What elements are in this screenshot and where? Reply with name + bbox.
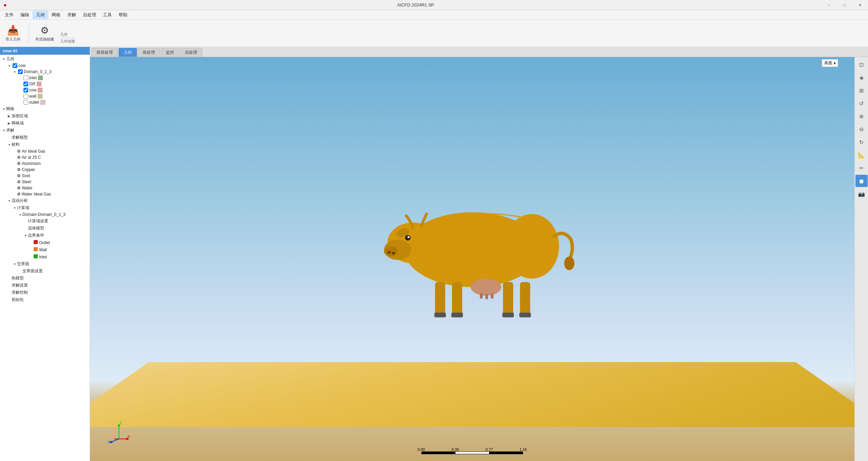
menubar-item-0[interactable]: 文件 (1, 11, 17, 19)
tree-item-solver[interactable]: ▾求解 (0, 127, 90, 134)
tree-arrow-mesh-domain[interactable]: ▶ (7, 121, 12, 125)
right-tool-active-tool[interactable]: ◼ (855, 175, 868, 187)
create-outer-field-button[interactable]: ⚙ 外流场创建 (34, 22, 55, 45)
menubar-item-5[interactable]: 后处理 (80, 11, 100, 19)
tree-item-flow-analysis[interactable]: ▾流动分析 (0, 197, 90, 204)
tree-arrow-geometry[interactable]: ▾ (1, 57, 6, 61)
menubar-item-2[interactable]: 几何 (33, 11, 48, 19)
tree-item-interfaces[interactable]: ▾交界面 (0, 260, 90, 268)
tree-item-solver-model[interactable]: 求解模型 (0, 134, 90, 141)
tree-arrow-calc-domain[interactable]: ▾ (12, 206, 17, 210)
tree-item-boundary-conditions[interactable]: ▾边界条件 (0, 232, 90, 239)
tree-label-dense-zone: 加密区域 (12, 113, 28, 119)
right-tool-measure[interactable]: 📐 (855, 149, 868, 161)
checkbox-domain_0_1_3[interactable] (18, 69, 23, 74)
tree-label-interface-settings: 交界面设置 (22, 268, 43, 274)
tree-item-steel[interactable]: ⚙Steel (0, 179, 90, 185)
tree-item-GR[interactable]: GR (0, 81, 90, 87)
tree-item-cow-item[interactable]: cow (0, 87, 90, 93)
menubar-item-7[interactable]: 帮助 (115, 11, 131, 19)
tree-item-fluid-model[interactable]: 流体模型 (0, 225, 90, 232)
right-tool-fit-view[interactable]: ⊡ (855, 58, 868, 71)
tree-arrow-interfaces[interactable]: ▾ (12, 262, 17, 266)
tab-preprocess[interactable]: 前前处理 (91, 48, 118, 57)
right-tool-camera[interactable]: 📷 (855, 188, 868, 200)
tree-arrow-boundary-conditions[interactable]: ▾ (23, 234, 28, 237)
tree-arrow-cow[interactable]: ▾ (7, 64, 12, 68)
tree-item-copper[interactable]: ⚙Copper (0, 167, 90, 173)
tab-preprocess2[interactable]: 前处理 (138, 48, 160, 57)
menubar-item-1[interactable]: 编辑 (17, 11, 33, 19)
tree-item-domain-settings[interactable]: 计算域设置 (0, 218, 90, 225)
import-geometry-button[interactable]: 📥 导入几何 (3, 22, 23, 45)
tree-label-thermal-model: 热模型 (12, 275, 24, 281)
tree-icon-steel: ⚙ (17, 180, 21, 184)
tab-monitor[interactable]: 监控 (161, 48, 179, 57)
menubar-item-6[interactable]: 工具 (100, 11, 115, 19)
menubar-item-4[interactable]: 求解 (64, 11, 80, 19)
color-swatch-cow-item (38, 88, 42, 92)
tree-arrow-domain-domain-0-1-3[interactable]: ▾ (18, 213, 22, 217)
right-tool-reset-view[interactable]: ↻ (855, 136, 868, 148)
tree-label-bc-outlet: Outlet (39, 240, 50, 245)
tree-item-cow[interactable]: ▾cow (0, 63, 90, 69)
tab-postprocess[interactable]: 后处理 (180, 48, 202, 57)
tree-item-bc-wall[interactable]: Wall (0, 246, 90, 253)
tree-arrow-domain_0_1_3[interactable]: ▾ (12, 70, 17, 74)
checkbox-cow[interactable] (13, 63, 17, 68)
right-tool-graph-view[interactable]: ◈ (855, 71, 868, 84)
right-tool-xyz-view[interactable]: ⊞ (855, 84, 868, 97)
tree-item-initialization[interactable]: 初始化 (0, 296, 90, 303)
tree-item-domain_0_1_3[interactable]: ▾Domain_0_1_3 (0, 69, 90, 75)
tree-item-water[interactable]: ⚙Water (0, 185, 90, 191)
tree-arrow-solver[interactable]: ▾ (1, 129, 6, 132)
menubar-item-3[interactable]: 网格 (48, 11, 64, 19)
tree-item-mesh[interactable]: ▾网格 (0, 105, 90, 113)
tab-geometry[interactable]: 几何 (119, 48, 137, 57)
svg-rect-17 (451, 313, 463, 318)
right-tool-rotate-view[interactable]: ↺ (855, 97, 868, 109)
svg-rect-22 (485, 294, 488, 300)
tree-item-wall[interactable]: wall (0, 93, 90, 99)
checkbox-cow-item[interactable] (23, 88, 28, 92)
checkbox-inlet[interactable] (23, 75, 28, 80)
tree-arrow-dense-zone[interactable]: ▶ (7, 114, 12, 118)
tree-item-thermal-model[interactable]: 热模型 (0, 275, 90, 282)
tree-arrow-flow-analysis[interactable]: ▾ (7, 199, 12, 203)
close-button[interactable]: ✕ (852, 0, 868, 10)
checkbox-GR[interactable] (23, 82, 28, 86)
tree-item-mesh-domain[interactable]: ▶网格域 (0, 120, 90, 127)
tree-item-soot[interactable]: ⚙Soot (0, 173, 90, 179)
tree-item-water-ideal-gas[interactable]: ⚙Water Ideal Gas (0, 191, 90, 197)
tree-item-materials[interactable]: ▾材料 (0, 141, 90, 148)
checkbox-outlet[interactable] (23, 100, 28, 105)
tree-item-bc-inlet[interactable]: Inlet (0, 253, 90, 260)
svg-text:Y: Y (108, 440, 110, 444)
checkbox-wall[interactable] (23, 94, 28, 99)
tree-item-air-at-25[interactable]: ⚙Air at 25 C (0, 154, 90, 160)
tree-item-calc-domain[interactable]: ▾计算域 (0, 204, 90, 211)
tree-item-interface-settings[interactable]: 交界面设置 (0, 268, 90, 275)
tree-item-dense-zone[interactable]: ▶加密区域 (0, 113, 90, 120)
tree-item-outlet[interactable]: outlet (0, 99, 90, 105)
tree-item-geometry[interactable]: ▾几何 (0, 55, 90, 63)
tree-item-bc-outlet[interactable]: Outlet (0, 239, 90, 246)
tree-item-inlet[interactable]: inlet (0, 75, 90, 81)
tree-item-aluminium[interactable]: ⚙Aluminium (0, 160, 90, 167)
tree-item-air-ideal-gas[interactable]: ⚙Air Ideal Gas (0, 148, 90, 154)
right-tool-zoom-in[interactable]: ⊕ (855, 110, 868, 122)
tree-item-solver-control[interactable]: 求解控制 (0, 289, 90, 296)
view-selector[interactable]: 表面 ▾ (822, 59, 838, 67)
right-tool-clip[interactable]: ✂ (855, 162, 868, 174)
tree-item-domain-domain-0-1-3[interactable]: ▾Domain-Domain_0_1_3 (0, 211, 90, 218)
minimize-button[interactable]: − (821, 0, 837, 10)
window-title: AICFD 2024R1 SP (10, 2, 821, 7)
right-toolbar: ⊡◈⊞↺⊕⊖↻📐✂◼📷 (854, 57, 868, 461)
tree-arrow-materials[interactable]: ▾ (7, 143, 12, 147)
tree-arrow-mesh[interactable]: ▾ (1, 107, 6, 111)
right-tool-zoom-out[interactable]: ⊖ (855, 123, 868, 135)
viewport[interactable]: 表面 ▾ (90, 57, 854, 461)
tree-item-solver-settings[interactable]: 求解设置 (0, 282, 90, 289)
maximize-button[interactable]: □ (837, 0, 852, 10)
color-swatch-wall (38, 94, 42, 99)
